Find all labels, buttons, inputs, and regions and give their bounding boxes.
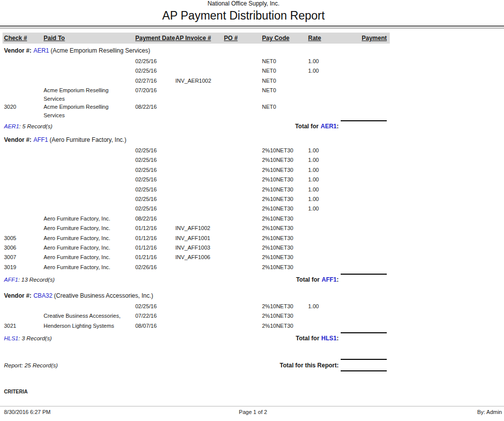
column-header-payment-date: Payment Date (135, 35, 175, 42)
total-prefix: Total for (295, 123, 319, 130)
cell-payment-date: 02/25/16 (135, 185, 175, 194)
cell-paid-to: Aero Furniture Factory, Inc. (44, 234, 135, 243)
report-total-label: Total for this Report: (280, 362, 339, 369)
vendor-heading: Vendor #:CBA32(Creative Business Accesso… (0, 292, 387, 300)
cell-payment-date: 01/12/16 (135, 224, 175, 233)
record-count-code: HLS1 (4, 335, 19, 341)
cell-pay-code: NET0 (262, 103, 308, 111)
total-code: AFF1 (322, 276, 337, 283)
cell-payment-date: 02/25/16 (135, 166, 175, 174)
record-count-text: : 5 Record(s) (19, 123, 52, 129)
cell-pay-code: 2%10NET30 (262, 166, 308, 174)
cell-check-number: 3005 (4, 234, 44, 243)
table-row: 02/25/16 2%10NET30 1.00 (0, 195, 387, 204)
footer-by-user: By: Admin (336, 409, 502, 415)
cell-rate: 1.00 (308, 57, 341, 66)
vendor-prefix-label: Vendor #: (4, 136, 32, 143)
total-colon: : (337, 123, 339, 130)
total-underline (341, 274, 387, 275)
cell-paid-to: Creative Business Accessories, (44, 312, 135, 320)
header-divider (0, 26, 504, 29)
cell-pay-code: 2%10NET30 (262, 244, 308, 252)
cell-payment-date: 01/21/16 (135, 253, 175, 262)
cell-payment-date: 02/25/16 (135, 175, 175, 184)
record-count-text: : 13 Record(s) (18, 277, 55, 283)
record-count-code: AER1 (4, 123, 19, 129)
column-header-check: Check # (4, 35, 44, 42)
table-row: 02/25/16 2%10NET30 1.00 (0, 146, 387, 156)
cell-payment-date: 08/07/16 (135, 322, 175, 330)
cell-payment-date: 02/25/16 (135, 146, 175, 155)
cell-rate: 1.00 (308, 146, 341, 155)
table-row: 3021 Henderson Lighting Systems 08/07/16… (0, 322, 387, 331)
page-title: AP Payment Distribution Report (0, 9, 487, 23)
vendor-total-label: Total forAER1: (295, 123, 339, 130)
table-row: 3005 Aero Furniture Factory, Inc. 01/12/… (0, 234, 387, 244)
vendor-prefix-label: Vendor #: (4, 292, 32, 299)
table-row: 02/25/16 2%10NET30 1.00 (0, 204, 387, 214)
vendor-section-cba32: Vendor #:CBA32(Creative Business Accesso… (0, 292, 387, 342)
vendor-total-label: Total forHLS1: (296, 335, 339, 342)
cell-payment-date: 02/25/16 (135, 302, 175, 311)
cell-payment-date: 02/25/16 (135, 195, 175, 203)
cell-paid-to: Aero Furniture Factory, Inc. (44, 253, 135, 262)
cell-paid-to: Acme Emporium Reselling Services (44, 103, 135, 119)
cell-payment-date: 02/25/16 (135, 67, 175, 75)
cell-pay-code: 2%10NET30 (262, 195, 308, 203)
cell-pay-code: 2%10NET30 (262, 263, 308, 272)
footer-datetime: 8/30/2016 6:27 PM (4, 409, 170, 415)
table-column-header: Check # Paid To Payment Date AP Invoice … (3, 33, 390, 44)
record-count-code: AFF1 (4, 277, 18, 283)
table-row: 02/25/16 2%10NET30 1.00 (0, 156, 387, 165)
total-code: HLS1 (321, 335, 337, 342)
cell-pay-code: 2%10NET30 (262, 312, 308, 320)
vendor-total-area: HLS1: 3 Record(s) Total forHLS1: (0, 332, 387, 342)
cell-rate: 1.00 (308, 156, 341, 164)
cell-check-number: 3019 (4, 263, 44, 272)
vendor-heading: Vendor #:AFF1(Aero Furniture Factory, In… (0, 136, 387, 144)
vendor-total-label: Total forAFF1: (296, 276, 339, 283)
vendor-prefix-label: Vendor #: (4, 47, 32, 54)
record-count: AER1: 5 Record(s) (0, 123, 295, 129)
cell-payment-date: 02/25/16 (135, 204, 175, 213)
total-colon: : (337, 276, 339, 283)
cell-rate: 1.00 (308, 166, 341, 174)
total-underline (341, 120, 387, 121)
cell-pay-code: NET0 (262, 77, 308, 85)
cell-payment-date: 02/25/16 (135, 57, 175, 66)
cell-payment-date: 07/20/16 (135, 86, 175, 95)
cell-pay-code: 2%10NET30 (262, 215, 308, 223)
record-count-text: : 3 Record(s) (19, 335, 52, 341)
vendor-code: CBA32 (34, 292, 53, 299)
report-page: National Office Supply, Inc. AP Payment … (0, 0, 504, 421)
cell-pay-code: 2%10NET30 (262, 185, 308, 194)
table-row: 3006 Aero Furniture Factory, Inc. 01/12/… (0, 244, 387, 253)
cell-pay-code: 2%10NET30 (262, 204, 308, 213)
cell-paid-to: Aero Furniture Factory, Inc. (44, 244, 135, 252)
page-footer: 8/30/2016 6:27 PM Page 1 of 2 By: Admin (0, 406, 504, 415)
total-code: AER1 (321, 123, 337, 130)
cell-paid-to: Aero Furniture Factory, Inc. (44, 215, 135, 223)
table-row: 3007 Aero Furniture Factory, Inc. 01/21/… (0, 253, 387, 263)
column-header-payment: Payment (341, 35, 387, 42)
criteria-label: CRITERIA (4, 389, 28, 394)
cell-payment-date: 01/12/16 (135, 244, 175, 252)
cell-rate: 1.00 (308, 302, 341, 311)
cell-pay-code: 2%10NET30 (262, 253, 308, 262)
cell-ap-invoice: INV_AFF1006 (175, 253, 224, 262)
vendor-code: AFF1 (34, 136, 48, 143)
cell-payment-date: 01/12/16 (135, 234, 175, 243)
cell-ap-invoice: INV_AFF1003 (175, 244, 224, 252)
table-row: Creative Business Accessories, 07/22/16 … (0, 312, 387, 321)
vendor-total-area: AFF1: 13 Record(s) Total forAFF1: (0, 274, 387, 283)
table-row: 3019 Aero Furniture Factory, Inc. 02/26/… (0, 263, 387, 273)
cell-payment-date: 08/22/16 (135, 215, 175, 223)
cell-paid-to: Henderson Lighting Systems (44, 322, 135, 330)
cell-pay-code: 2%10NET30 (262, 156, 308, 164)
total-prefix: Total for (296, 335, 319, 342)
cell-paid-to: Aero Furniture Factory, Inc. (44, 224, 135, 233)
record-count: AFF1: 13 Record(s) (0, 277, 296, 283)
table-row: Aero Furniture Factory, Inc. 08/22/16 2%… (0, 215, 387, 224)
cell-paid-to: Acme Emporium Reselling Services (44, 86, 135, 103)
table-row: Acme Emporium Reselling Services 07/20/1… (0, 86, 387, 103)
